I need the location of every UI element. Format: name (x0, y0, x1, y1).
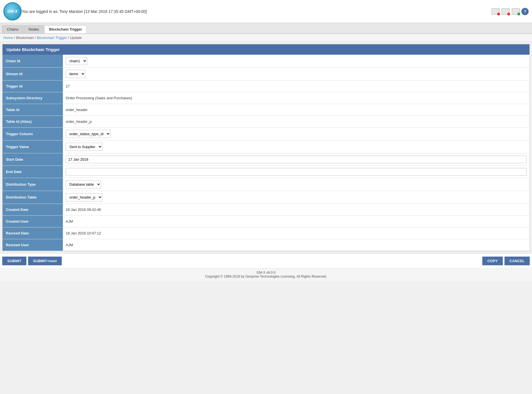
input-end-date[interactable] (66, 168, 527, 176)
text-table-id-alias: order_header_p (66, 119, 92, 124)
form-title: Update Blockchain Trigger (3, 44, 529, 55)
row-created-date: Created Date 18 Jan 2018 09:42:46 (3, 204, 529, 216)
row-stream-id: Stream Id * items (3, 68, 529, 80)
required-indicator: * (21, 59, 23, 63)
row-revised-date: Revised Date 18 Jan 2018 10:47:12 (3, 227, 529, 239)
value-trigger-id: 17 (63, 80, 529, 92)
label-trigger-id: Trigger Id (3, 80, 63, 92)
label-revised-user: Revised User (3, 239, 63, 251)
value-revised-date: 18 Jan 2018 10:47:12 (63, 227, 529, 239)
value-distribution-table: order_header_p (63, 191, 529, 204)
text-revised-date: 18 Jan 2018 10:47:12 (66, 231, 101, 235)
tab-blockchain-trigger[interactable]: Blockchain Trigger (44, 25, 87, 33)
label-distribution-table: Distribution Table (3, 191, 63, 204)
footer-version: GM-X v8.0.0 (2, 271, 530, 275)
footer-left-buttons: SUBMIT SUBMIT+next (2, 257, 62, 265)
row-table-id: Table Id order_header (3, 104, 529, 116)
select-distribution-type[interactable]: Database table (66, 180, 101, 188)
label-chain-id: Chain Id * (3, 55, 63, 67)
row-chain-id: Chain Id * chain1 (3, 55, 529, 68)
logo: GM-X (3, 2, 22, 20)
value-created-user: AJM (63, 216, 529, 227)
label-distribution-type: Distribution Type * (3, 178, 63, 191)
row-start-date: Start Date * (3, 153, 529, 166)
label-trigger-column: Trigger Column (3, 128, 63, 140)
label-end-date: End Date (3, 166, 63, 178)
required-indicator: * (37, 182, 38, 186)
text-created-date: 18 Jan 2018 09:42:46 (66, 208, 101, 212)
breadcrumb-home[interactable]: Home (3, 36, 13, 40)
required-indicator: * (24, 157, 26, 162)
footer-copyright: Copyright © 1999-2018 by Geoprise Techno… (2, 275, 530, 278)
breadcrumb-blockchain-trigger[interactable]: Blockchain Trigger (37, 36, 67, 40)
value-trigger-column: order_status_type_id (63, 128, 529, 140)
input-start-date[interactable] (66, 156, 527, 163)
value-created-date: 18 Jan 2018 09:42:46 (63, 204, 529, 215)
page-footer: GM-X v8.0.0 Copyright © 1999-2018 by Geo… (0, 268, 532, 281)
row-distribution-type: Distribution Type * Database table (3, 178, 529, 191)
restore-button[interactable] (501, 7, 510, 16)
label-table-id: Table Id (3, 104, 63, 116)
header: GM-X You are logged in as: Tony Marston … (0, 0, 532, 23)
select-distribution-table[interactable]: order_header_p (66, 193, 102, 201)
select-trigger-value[interactable]: Sent to Supplier (66, 143, 102, 151)
label-table-id-alias: Table Id (Alias) (3, 116, 63, 127)
cancel-button[interactable]: CANCEL (504, 257, 530, 265)
minimize-button[interactable] (491, 7, 500, 16)
tab-nodes[interactable]: Nodes (24, 25, 44, 33)
value-stream-id: items (63, 68, 529, 80)
value-start-date (63, 153, 529, 165)
copy-button[interactable]: COPY (482, 257, 503, 265)
select-trigger-column[interactable]: order_status_type_id (66, 130, 111, 138)
breadcrumb: Home / Blockchain / Blockchain Trigger /… (0, 34, 532, 42)
label-trigger-value: Trigger Value * (3, 140, 63, 153)
row-trigger-column: Trigger Column order_status_type_id (3, 128, 529, 140)
help-button[interactable]: ? (521, 8, 529, 15)
close-dot-red (497, 13, 500, 15)
window-controls: ? (491, 7, 529, 16)
row-created-user: Created User AJM (3, 216, 529, 227)
label-revised-date: Revised Date (3, 227, 63, 239)
row-revised-user: Revised User AJM (3, 239, 529, 251)
value-trigger-value: Sent to Supplier (63, 140, 529, 153)
row-distribution-table: Distribution Table order_header_p (3, 191, 529, 204)
value-end-date (63, 166, 529, 178)
row-end-date: End Date (3, 166, 529, 178)
breadcrumb-blockchain: Blockchain (16, 36, 34, 40)
label-stream-id: Stream Id * (3, 68, 63, 80)
text-trigger-id: 17 (66, 84, 70, 88)
value-table-id-alias: order_header_p (63, 116, 529, 127)
footer-right-buttons: COPY CANCEL (482, 257, 530, 265)
submit-button[interactable]: SUBMIT (2, 257, 26, 265)
label-created-date: Created Date (3, 204, 63, 215)
row-subsystem-directory: Subsystem Directory Order Processing (Sa… (3, 92, 529, 104)
text-table-id: order_header (66, 108, 88, 112)
value-subsystem-directory: Order Processing (Sales and Purchases) (63, 92, 529, 104)
label-subsystem-directory: Subsystem Directory (3, 92, 63, 104)
user-info: You are logged in as: Tony Marston [13 M… (22, 9, 491, 14)
required-indicator: * (24, 72, 25, 76)
value-chain-id: chain1 (63, 55, 529, 67)
select-stream-id[interactable]: items (66, 70, 85, 78)
close-dot-red2 (507, 13, 510, 15)
value-distribution-type: Database table (63, 178, 529, 191)
label-created-user: Created User (3, 216, 63, 227)
tab-bar: Chains Nodes Blockchain Trigger (0, 23, 532, 34)
select-chain-id[interactable]: chain1 (66, 57, 87, 65)
close-dot-green (517, 13, 520, 15)
footer-buttons: SUBMIT SUBMIT+next COPY CANCEL (0, 254, 532, 268)
row-trigger-id: Trigger Id 17 (3, 80, 529, 92)
row-table-id-alias: Table Id (Alias) order_header_p (3, 116, 529, 128)
tab-chains[interactable]: Chains (2, 25, 23, 33)
label-start-date: Start Date * (3, 153, 63, 165)
form-container: Update Blockchain Trigger Chain Id * cha… (2, 44, 530, 251)
text-subsystem-directory: Order Processing (Sales and Purchases) (66, 96, 132, 100)
required-indicator: * (30, 145, 31, 149)
maximize-button[interactable] (511, 7, 520, 16)
row-trigger-value: Trigger Value * Sent to Supplier (3, 140, 529, 153)
submit-next-button[interactable]: SUBMIT+next (28, 257, 62, 265)
breadcrumb-update: Update (70, 36, 82, 40)
value-revised-user: AJM (63, 239, 529, 251)
text-created-user: AJM (66, 219, 73, 224)
value-table-id: order_header (63, 104, 529, 116)
